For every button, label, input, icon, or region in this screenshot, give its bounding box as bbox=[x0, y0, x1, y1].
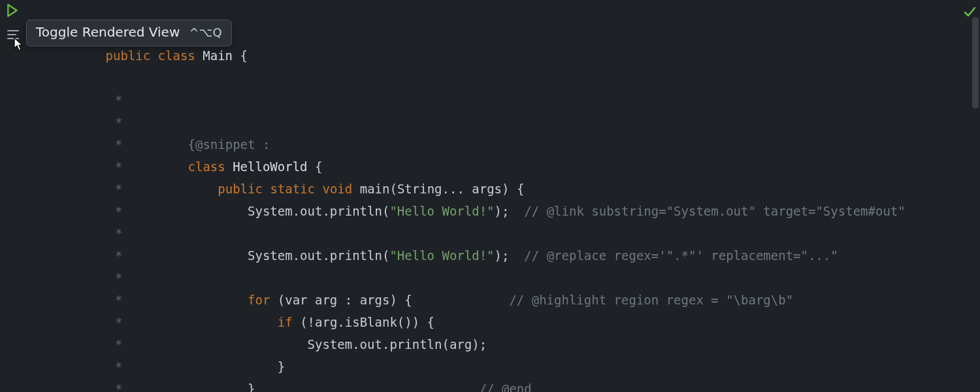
tooltip-toggle-rendered-view: Toggle Rendered View ^⌥Q bbox=[26, 20, 232, 46]
code-line[interactable]: * for (var arg : args) { // @highlight r… bbox=[0, 200, 980, 222]
code-line[interactable]: * bbox=[0, 178, 980, 200]
tooltip-shortcut: ^⌥Q bbox=[189, 25, 222, 39]
code-line[interactable]: * class HelloWorld { bbox=[0, 67, 980, 89]
code-line[interactable]: * if (!arg.isBlank()) { bbox=[0, 222, 980, 244]
code-line[interactable]: * System.out.println("Hello World!"); //… bbox=[0, 111, 980, 133]
code-line[interactable]: * System.out.println(arg); bbox=[0, 244, 980, 267]
code-line[interactable]: * {@snippet : bbox=[0, 44, 980, 67]
code-line[interactable]: * } bbox=[0, 355, 980, 378]
code-line[interactable]: * System.out.println("Hello World!"); //… bbox=[0, 155, 980, 178]
code-line[interactable]: * bbox=[0, 311, 980, 333]
code-line[interactable]: * System.out.println("Hello World!"); //… bbox=[0, 333, 980, 355]
code-line[interactable]: * } bbox=[0, 378, 980, 392]
code-line[interactable]: * } // @end bbox=[0, 289, 980, 311]
code-line[interactable]: * bbox=[0, 133, 980, 155]
code-area[interactable]: public class Main { * {@snippet : * clas… bbox=[0, 0, 980, 392]
tooltip-label: Toggle Rendered View bbox=[36, 24, 180, 40]
code-line[interactable]: * public static void main(String... args… bbox=[0, 89, 980, 111]
code-line[interactable]: * } bbox=[0, 267, 980, 289]
code-editor[interactable]: public class Main { * {@snippet : * clas… bbox=[0, 0, 980, 392]
code-line[interactable]: public class Main { bbox=[0, 0, 980, 22]
